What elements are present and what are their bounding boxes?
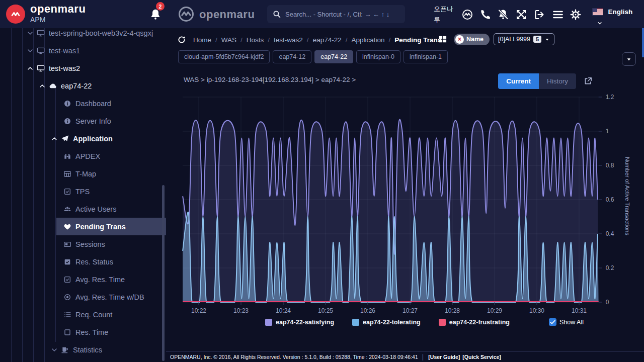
binoculars-icon — [63, 152, 71, 160]
name-filter-tag[interactable]: × Name — [454, 34, 490, 45]
brand: openmaru APM — [30, 4, 86, 23]
collapse-panel-button[interactable] — [622, 52, 636, 66]
sidebar-item-test-spring-boot-web3v2-4-qsgxj[interactable]: test-spring-boot-web3v2-4-qsgxj — [0, 28, 166, 42]
sessions-icon — [63, 240, 71, 248]
footer-divider: │ — [422, 354, 425, 360]
footer-links: [User Guide][Quick Service] — [428, 354, 503, 360]
workspace-wordmark: openmaru — [199, 8, 255, 21]
chevron-down-icon[interactable] — [50, 346, 58, 354]
legend-swatch — [265, 319, 272, 326]
pending-trans-chart[interactable]: 10:2210:2310:2410:2510:2610:2710:2810:29… — [176, 90, 631, 322]
legend-item-eap74-22-frustrating[interactable]: eap74-22-frustrating — [439, 319, 510, 326]
sidebar-item-label: Active Users — [75, 205, 116, 213]
workspace-logo-icon[interactable] — [177, 5, 195, 23]
sidebar-item-eap74-22[interactable]: eap74-22 — [0, 77, 166, 95]
language-label: English — [608, 8, 632, 16]
sidebar-item-label: Server Info — [75, 117, 111, 125]
svg-text:10:31: 10:31 — [572, 307, 587, 314]
breadcrumb-item[interactable]: Hosts — [247, 36, 264, 44]
sidebar-item-sessions[interactable]: Sessions — [0, 235, 166, 253]
svg-text:10:28: 10:28 — [445, 307, 460, 314]
instance-chip-eap74-12[interactable]: eap74-12 — [273, 50, 311, 63]
user-name[interactable]: 오픈나루 — [434, 4, 455, 25]
instance-chip-infinispan-1[interactable]: infinispan-1 — [404, 50, 448, 63]
legend-swatch — [439, 319, 446, 326]
remove-filter-icon[interactable]: × — [455, 35, 464, 44]
sidebar-item-active-users[interactable]: Active Users — [0, 200, 166, 218]
sidebar-item-res-status[interactable]: Res. Status — [0, 253, 166, 270]
breadcrumb-item[interactable]: test-was2 — [274, 36, 303, 44]
breadcrumb-item[interactable]: eap74-22 — [313, 36, 342, 44]
sidebar-item-avg-res-time[interactable]: Avg. Res. Time — [0, 270, 166, 288]
sidebar-item-label: test-was1 — [49, 47, 80, 55]
sidebar-item-label: Sessions — [75, 240, 105, 248]
page-scrollbar[interactable] — [642, 28, 644, 57]
chevron-down-icon[interactable] — [26, 29, 34, 37]
language-selector[interactable]: English — [593, 7, 632, 16]
search-input[interactable] — [285, 11, 400, 18]
chevron-up-icon[interactable] — [50, 135, 58, 143]
instance-chip-infinispan-0[interactable]: infinispan-0 — [356, 50, 400, 63]
sidebar-item-application[interactable]: Application — [0, 130, 166, 147]
breadcrumb-item[interactable]: Application — [351, 36, 384, 44]
openmaru-logo-icon[interactable] — [6, 5, 25, 24]
instance-chip-eap74-22[interactable]: eap74-22 — [314, 50, 353, 63]
sidebar-item-req-count[interactable]: Req. Count — [0, 306, 166, 323]
breadcrumb-separator: / — [389, 36, 391, 44]
chart-legend: eap74-22-satisfyingeap74-22-toleratingea… — [176, 319, 599, 326]
instance-dropdown[interactable]: [0]ALL9999 5 — [494, 33, 554, 45]
instance-chip-cloud-apm-5fd5b7c964-kjdf2[interactable]: cloud-apm-5fd5b7c964-kjdf2 — [178, 50, 270, 63]
logout-icon[interactable] — [533, 9, 545, 21]
svg-text:10:29: 10:29 — [487, 307, 502, 314]
breadcrumb-item[interactable]: WAS — [221, 36, 236, 44]
footer-link[interactable]: [User Guide] — [428, 354, 460, 360]
sidebar-item-apdex[interactable]: APDEX — [0, 147, 166, 165]
svg-text:10:26: 10:26 — [360, 307, 375, 314]
show-all-toggle[interactable]: Show All — [549, 318, 584, 326]
breadcrumb-separator: / — [215, 36, 217, 44]
svg-text:0.6: 0.6 — [606, 196, 614, 203]
sidebar-scrollbar[interactable] — [162, 185, 165, 361]
sidebar-item-tps[interactable]: TPS — [0, 183, 166, 200]
chevron-up-icon[interactable] — [38, 82, 46, 90]
svg-text:0.4: 0.4 — [606, 230, 614, 237]
menu-icon[interactable] — [552, 9, 564, 21]
legend-item-eap74-22-satisfying[interactable]: eap74-22-satisfying — [265, 319, 334, 326]
sidebar: test-spring-boot-web3v2-4-qsgxjtest-was1… — [0, 28, 166, 362]
caret-down-icon — [626, 56, 632, 62]
checkbox-checked-icon — [549, 318, 556, 326]
sidebar-item-avg-res-time-wdb[interactable]: Avg. Res. Time w/DB — [0, 288, 166, 306]
settings-icon[interactable] — [570, 9, 582, 21]
sidebar-item-label: Statistics — [73, 346, 102, 354]
legend-label: eap74-22-tolerating — [363, 319, 421, 326]
history-button[interactable]: History — [539, 73, 576, 89]
legend-label: eap74-22-satisfying — [276, 319, 334, 326]
sidebar-item-pending-trans[interactable]: Pending Trans — [0, 218, 166, 235]
breadcrumb-separator: / — [240, 36, 243, 44]
breadcrumb-item[interactable]: Home — [193, 36, 211, 44]
sidebar-item-dashboard[interactable]: Dashboard — [0, 95, 166, 112]
sidebar-item-label: Pending Trans — [75, 223, 126, 231]
notifications-off-icon[interactable] — [497, 9, 509, 21]
heart-pulse-icon — [63, 223, 71, 231]
svg-text:1.2: 1.2 — [606, 94, 614, 101]
openmaru-circle-icon[interactable] — [461, 9, 473, 21]
legend-item-eap74-22-tolerating[interactable]: eap74-22-tolerating — [352, 319, 421, 326]
sidebar-item-test-was1[interactable]: test-was1 — [0, 42, 166, 59]
expand-icon[interactable] — [515, 9, 527, 21]
chevron-down-icon[interactable] — [26, 47, 34, 55]
chevron-up-icon[interactable] — [26, 64, 34, 72]
check-square-icon — [63, 276, 71, 284]
refresh-icon[interactable] — [177, 35, 186, 44]
sidebar-item-test-was2[interactable]: test-was2 — [0, 59, 166, 77]
sidebar-item-res-time[interactable]: Res. Time — [0, 323, 166, 341]
sidebar-item-server-info[interactable]: Server Info — [0, 112, 166, 130]
external-link-icon[interactable] — [583, 76, 593, 86]
phone-icon[interactable] — [479, 9, 492, 21]
footer-link[interactable]: [Quick Service] — [462, 354, 501, 360]
grid-view-icon[interactable] — [438, 34, 448, 44]
sidebar-item-t-map[interactable]: T-Map — [0, 165, 166, 183]
current-button[interactable]: Current — [498, 73, 539, 89]
sidebar-item-statistics[interactable]: Statistics — [0, 341, 166, 358]
instance-count-badge: 5 — [533, 36, 541, 43]
